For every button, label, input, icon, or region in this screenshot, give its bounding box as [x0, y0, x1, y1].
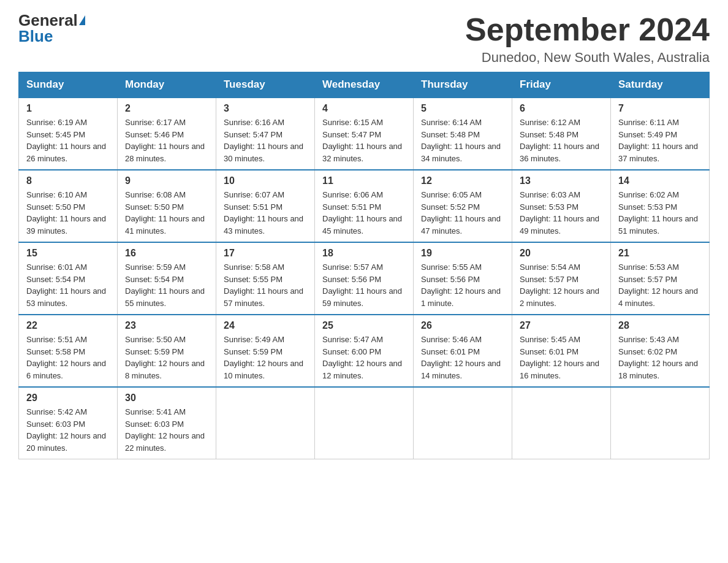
day-number: 17 [224, 248, 307, 259]
day-info: Sunrise: 5:46 AMSunset: 6:01 PMDaylight:… [421, 334, 504, 381]
day-info: Sunrise: 5:51 AMSunset: 5:58 PMDaylight:… [26, 334, 110, 381]
day-number: 1 [26, 103, 110, 114]
calendar-cell: 4Sunrise: 6:15 AMSunset: 5:47 PMDaylight… [315, 98, 414, 170]
day-number: 5 [421, 103, 504, 114]
calendar-cell: 19Sunrise: 5:55 AMSunset: 5:56 PMDayligh… [414, 242, 512, 315]
day-number: 16 [125, 248, 208, 259]
day-number: 26 [421, 320, 504, 331]
calendar-cell: 25Sunrise: 5:47 AMSunset: 6:00 PMDayligh… [315, 315, 414, 387]
calendar-cell: 18Sunrise: 5:57 AMSunset: 5:56 PMDayligh… [315, 242, 414, 315]
day-info: Sunrise: 5:53 AMSunset: 5:57 PMDaylight:… [618, 261, 702, 309]
day-info: Sunrise: 5:57 AMSunset: 5:56 PMDaylight:… [322, 261, 406, 309]
calendar-cell: 3Sunrise: 6:16 AMSunset: 5:47 PMDaylight… [216, 98, 315, 170]
day-number: 27 [520, 320, 603, 331]
day-info: Sunrise: 6:19 AMSunset: 5:45 PMDaylight:… [26, 117, 110, 164]
page-header: General Blue September 2024 Dunedoo, New… [18, 12, 710, 66]
day-info: Sunrise: 5:50 AMSunset: 5:59 PMDaylight:… [125, 334, 208, 381]
day-info: Sunrise: 6:10 AMSunset: 5:50 PMDaylight:… [26, 189, 110, 237]
table-row: 29Sunrise: 5:42 AMSunset: 6:03 PMDayligh… [19, 387, 710, 459]
calendar-cell: 24Sunrise: 5:49 AMSunset: 5:59 PMDayligh… [216, 315, 315, 387]
col-thursday: Thursday [414, 72, 512, 98]
calendar-cell: 2Sunrise: 6:17 AMSunset: 5:46 PMDaylight… [118, 98, 216, 170]
day-number: 19 [421, 248, 504, 259]
location-subtitle: Dunedoo, New South Wales, Australia [465, 50, 710, 66]
day-info: Sunrise: 5:59 AMSunset: 5:54 PMDaylight:… [125, 261, 208, 309]
calendar-cell [216, 387, 315, 459]
calendar-cell: 22Sunrise: 5:51 AMSunset: 5:58 PMDayligh… [19, 315, 118, 387]
day-number: 30 [125, 393, 208, 404]
day-info: Sunrise: 6:15 AMSunset: 5:47 PMDaylight:… [322, 117, 406, 164]
col-wednesday: Wednesday [315, 72, 414, 98]
calendar-cell: 28Sunrise: 5:43 AMSunset: 6:02 PMDayligh… [611, 315, 710, 387]
calendar-table: Sunday Monday Tuesday Wednesday Thursday… [18, 72, 710, 459]
calendar-cell: 15Sunrise: 6:01 AMSunset: 5:54 PMDayligh… [19, 242, 118, 315]
day-info: Sunrise: 5:47 AMSunset: 6:00 PMDaylight:… [322, 334, 406, 381]
day-number: 14 [618, 175, 702, 186]
day-info: Sunrise: 5:49 AMSunset: 5:59 PMDaylight:… [224, 334, 307, 381]
col-saturday: Saturday [611, 72, 710, 98]
day-info: Sunrise: 5:58 AMSunset: 5:55 PMDaylight:… [224, 261, 307, 309]
calendar-cell [512, 387, 611, 459]
day-number: 21 [618, 248, 702, 259]
day-number: 10 [224, 175, 307, 186]
logo: General Blue [18, 12, 85, 44]
day-info: Sunrise: 5:45 AMSunset: 6:01 PMDaylight:… [520, 334, 603, 381]
day-number: 29 [26, 393, 110, 404]
day-info: Sunrise: 5:42 AMSunset: 6:03 PMDaylight:… [26, 406, 110, 454]
day-info: Sunrise: 6:01 AMSunset: 5:54 PMDaylight:… [26, 261, 110, 309]
day-info: Sunrise: 6:03 AMSunset: 5:53 PMDaylight:… [520, 189, 603, 237]
day-number: 23 [125, 320, 208, 331]
calendar-cell [414, 387, 512, 459]
day-number: 7 [618, 103, 702, 114]
table-row: 8Sunrise: 6:10 AMSunset: 5:50 PMDaylight… [19, 170, 710, 242]
calendar-cell: 29Sunrise: 5:42 AMSunset: 6:03 PMDayligh… [19, 387, 118, 459]
calendar-cell: 12Sunrise: 6:05 AMSunset: 5:52 PMDayligh… [414, 170, 512, 242]
day-info: Sunrise: 6:06 AMSunset: 5:51 PMDaylight:… [322, 189, 406, 237]
day-info: Sunrise: 5:55 AMSunset: 5:56 PMDaylight:… [421, 261, 504, 309]
day-number: 25 [322, 320, 406, 331]
col-sunday: Sunday [19, 72, 118, 98]
calendar-cell: 9Sunrise: 6:08 AMSunset: 5:50 PMDaylight… [118, 170, 216, 242]
day-number: 18 [322, 248, 406, 259]
day-number: 6 [520, 103, 603, 114]
day-info: Sunrise: 6:11 AMSunset: 5:49 PMDaylight:… [618, 117, 702, 164]
day-number: 4 [322, 103, 406, 114]
calendar-cell: 7Sunrise: 6:11 AMSunset: 5:49 PMDaylight… [611, 98, 710, 170]
month-title: September 2024 [465, 12, 710, 47]
calendar-cell: 14Sunrise: 6:02 AMSunset: 5:53 PMDayligh… [611, 170, 710, 242]
calendar-cell: 27Sunrise: 5:45 AMSunset: 6:01 PMDayligh… [512, 315, 611, 387]
calendar-cell: 13Sunrise: 6:03 AMSunset: 5:53 PMDayligh… [512, 170, 611, 242]
day-info: Sunrise: 6:14 AMSunset: 5:48 PMDaylight:… [421, 117, 504, 164]
day-info: Sunrise: 5:54 AMSunset: 5:57 PMDaylight:… [520, 261, 603, 309]
day-info: Sunrise: 5:41 AMSunset: 6:03 PMDaylight:… [125, 406, 208, 454]
day-number: 28 [618, 320, 702, 331]
calendar-cell: 20Sunrise: 5:54 AMSunset: 5:57 PMDayligh… [512, 242, 611, 315]
logo-general-text: General [18, 12, 78, 28]
logo-triangle-icon [79, 15, 85, 25]
day-number: 2 [125, 103, 208, 114]
day-number: 3 [224, 103, 307, 114]
day-info: Sunrise: 6:16 AMSunset: 5:47 PMDaylight:… [224, 117, 307, 164]
day-number: 9 [125, 175, 208, 186]
calendar-cell: 30Sunrise: 5:41 AMSunset: 6:03 PMDayligh… [118, 387, 216, 459]
table-row: 15Sunrise: 6:01 AMSunset: 5:54 PMDayligh… [19, 242, 710, 315]
day-number: 24 [224, 320, 307, 331]
calendar-cell [611, 387, 710, 459]
day-number: 8 [26, 175, 110, 186]
calendar-cell: 21Sunrise: 5:53 AMSunset: 5:57 PMDayligh… [611, 242, 710, 315]
logo-blue-text: Blue [18, 28, 53, 44]
table-row: 1Sunrise: 6:19 AMSunset: 5:45 PMDaylight… [19, 98, 710, 170]
calendar-cell: 5Sunrise: 6:14 AMSunset: 5:48 PMDaylight… [414, 98, 512, 170]
day-info: Sunrise: 6:05 AMSunset: 5:52 PMDaylight:… [421, 189, 504, 237]
day-info: Sunrise: 6:12 AMSunset: 5:48 PMDaylight:… [520, 117, 603, 164]
calendar-cell: 6Sunrise: 6:12 AMSunset: 5:48 PMDaylight… [512, 98, 611, 170]
calendar-cell: 26Sunrise: 5:46 AMSunset: 6:01 PMDayligh… [414, 315, 512, 387]
day-info: Sunrise: 5:43 AMSunset: 6:02 PMDaylight:… [618, 334, 702, 381]
day-number: 12 [421, 175, 504, 186]
calendar-cell: 8Sunrise: 6:10 AMSunset: 5:50 PMDaylight… [19, 170, 118, 242]
calendar-cell: 17Sunrise: 5:58 AMSunset: 5:55 PMDayligh… [216, 242, 315, 315]
day-info: Sunrise: 6:17 AMSunset: 5:46 PMDaylight:… [125, 117, 208, 164]
title-area: September 2024 Dunedoo, New South Wales,… [465, 12, 710, 66]
col-monday: Monday [118, 72, 216, 98]
day-info: Sunrise: 6:07 AMSunset: 5:51 PMDaylight:… [224, 189, 307, 237]
